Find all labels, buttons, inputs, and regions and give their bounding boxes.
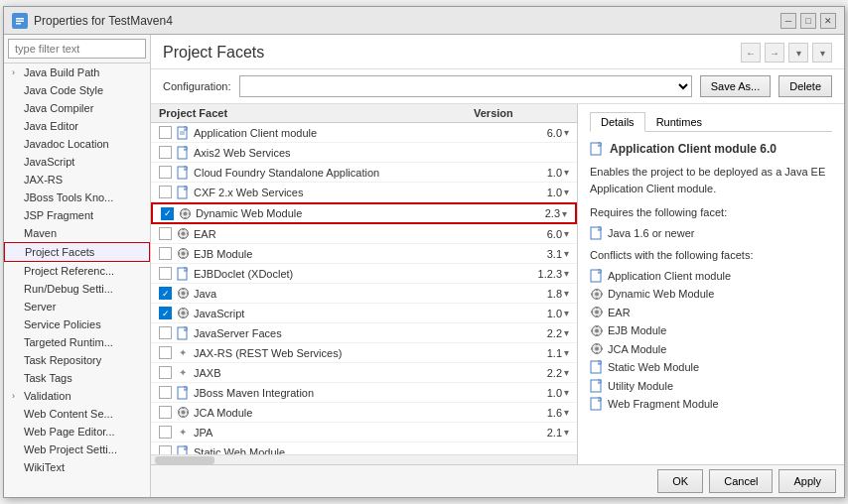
sidebar-item-server[interactable]: Server	[4, 298, 150, 315]
conflict-icon-7	[590, 397, 604, 411]
facet-checkbox-jax-rs[interactable]	[159, 346, 172, 359]
sidebar-item-web-content[interactable]: Web Content Se...	[4, 405, 150, 423]
sidebar-item-run-debug[interactable]: Run/Debug Setti...	[4, 280, 150, 298]
sidebar-item-web-project-settings[interactable]: Web Project Setti...	[4, 441, 150, 458]
sidebar-item-java-code-style[interactable]: Java Code Style	[4, 81, 150, 99]
facet-checkbox-java[interactable]: ✓	[159, 287, 172, 300]
tab-runtimes[interactable]: Runtimes	[645, 112, 713, 131]
facet-checkbox-jca[interactable]	[159, 406, 172, 419]
sidebar-item-java-editor[interactable]: Java Editor	[4, 117, 150, 135]
version-dropdown-ejbdoclet[interactable]: ▾	[564, 268, 569, 279]
version-dropdown-jboss-maven[interactable]: ▾	[564, 387, 569, 398]
horizontal-scrollbar[interactable]	[151, 454, 577, 464]
apply-button[interactable]: Apply	[778, 469, 836, 493]
config-select[interactable]	[239, 75, 692, 97]
ok-button[interactable]: OK	[657, 469, 703, 493]
maximize-button[interactable]: □	[800, 13, 816, 29]
nav-menu-button[interactable]: ▾	[812, 43, 832, 63]
sidebar-item-service-policies[interactable]: Service Policies	[4, 315, 150, 333]
facet-row-ear[interactable]: EAR 6.0 ▾	[151, 224, 577, 244]
version-dropdown-cxf2[interactable]: ▾	[564, 187, 569, 197]
facet-checkbox-javascript[interactable]: ✓	[159, 307, 172, 319]
sidebar-item-label: Service Policies	[24, 318, 101, 330]
facet-checkbox-axis2[interactable]	[159, 146, 172, 159]
version-dropdown-jax-rs[interactable]: ▾	[564, 347, 569, 358]
cancel-button[interactable]: Cancel	[709, 469, 773, 493]
version-dropdown-jpa[interactable]: ▾	[564, 427, 569, 438]
facet-checkbox-ejb[interactable]	[159, 247, 172, 260]
facet-row-java[interactable]: ✓ Java 1.8 ▾	[151, 284, 577, 304]
sidebar-item-javadoc-location[interactable]: Javadoc Location	[4, 135, 150, 153]
sidebar-item-java-build-path[interactable]: › Java Build Path	[4, 63, 150, 81]
window-icon	[12, 13, 28, 29]
facet-checkbox-jaxb[interactable]	[159, 366, 172, 379]
save-as-button[interactable]: Save As...	[700, 75, 772, 97]
sidebar-item-task-tags[interactable]: Task Tags	[4, 369, 150, 387]
svg-rect-34	[187, 293, 189, 295]
facet-checkbox-jsf[interactable]	[159, 326, 172, 339]
facet-checkbox-ear[interactable]	[159, 227, 172, 240]
facet-row-jca[interactable]: JCA Module 1.6 ▾	[151, 403, 577, 423]
version-dropdown-app-client[interactable]: ▾	[564, 127, 569, 138]
delete-button[interactable]: Delete	[778, 75, 832, 97]
sidebar-item-project-facets[interactable]: Project Facets	[4, 242, 150, 262]
facet-row-jpa[interactable]: ✦ JPA 2.1 ▾	[151, 423, 577, 442]
version-dropdown-ejb[interactable]: ▾	[564, 248, 569, 259]
sidebar-item-task-repository[interactable]: Task Repository	[4, 351, 150, 369]
facet-row-cxf2[interactable]: CXF 2.x Web Services 1.0 ▾	[151, 183, 577, 202]
sidebar-item-wikitext[interactable]: WikiText	[4, 458, 150, 476]
facet-row-jax-rs[interactable]: ✦ JAX-RS (REST Web Services) 1.1 ▾	[151, 343, 577, 363]
facet-row-javascript[interactable]: ✓ JavaScript 1.0 ▾	[151, 304, 577, 323]
svg-rect-26	[178, 253, 180, 255]
version-dropdown-ear[interactable]: ▾	[564, 228, 569, 239]
facet-row-ejb[interactable]: EJB Module 3.1 ▾	[151, 244, 577, 264]
minimize-button[interactable]: ─	[780, 13, 796, 29]
version-dropdown-java[interactable]: ▾	[564, 288, 569, 299]
details-panel: Details Runtimes Application Client modu…	[578, 104, 844, 464]
nav-forward-button[interactable]: →	[765, 43, 784, 63]
sidebar-item-validation[interactable]: › Validation	[4, 387, 150, 405]
details-conflict-item-0: Application Client module	[590, 268, 832, 285]
facet-checkbox-cloud-foundry[interactable]	[159, 166, 172, 179]
sidebar-item-java-compiler[interactable]: Java Compiler	[4, 99, 150, 117]
facet-row-app-client[interactable]: Application Client module 6.0 ▾	[151, 123, 577, 143]
facet-row-cloud-foundry[interactable]: Cloud Foundry Standalone Application 1.0…	[151, 163, 577, 183]
tab-details[interactable]: Details	[590, 112, 645, 132]
facet-checkbox-jpa[interactable]	[159, 426, 172, 439]
facet-row-jboss-maven[interactable]: JBoss Maven Integration 1.0 ▾	[151, 383, 577, 403]
facet-row-axis2[interactable]: Axis2 Web Services	[151, 143, 577, 163]
config-label: Configuration:	[163, 80, 231, 92]
sidebar-item-javascript[interactable]: JavaScript	[4, 153, 150, 171]
facet-checkbox-ejbdoclet[interactable]	[159, 267, 172, 280]
facet-checkbox-static-web[interactable]	[159, 445, 172, 454]
facet-checkbox-jboss-maven[interactable]	[159, 386, 172, 399]
facet-row-dynamic-web[interactable]: ✓ Dynami	[151, 202, 577, 224]
nav-up-button[interactable]: ▾	[788, 43, 808, 63]
version-dropdown-jsf[interactable]: ▾	[564, 327, 569, 338]
facet-version-jca: 1.6	[512, 407, 562, 419]
sidebar-item-project-reference[interactable]: Project Referenc...	[4, 262, 150, 280]
facet-checkbox-app-client[interactable]	[159, 126, 172, 139]
facet-row-static-web[interactable]: Static Web Module	[151, 442, 577, 454]
filter-input[interactable]	[8, 39, 146, 59]
sidebar-item-targeted-runtimes[interactable]: Targeted Runtim...	[4, 333, 150, 351]
facet-row-ejbdoclet[interactable]: EJBDoclet (XDoclet) 1.2.3 ▾	[151, 264, 577, 284]
sidebar-item-maven[interactable]: Maven	[4, 224, 150, 242]
facet-row-jsf[interactable]: JavaServer Faces 2.2 ▾	[151, 323, 577, 343]
version-dropdown-jaxb[interactable]: ▾	[564, 367, 569, 378]
nav-back-button[interactable]: ←	[741, 43, 761, 63]
svg-rect-13	[184, 217, 186, 219]
sidebar-item-jax-rs[interactable]: JAX-RS	[4, 171, 150, 189]
sidebar-item-web-page-editor[interactable]: Web Page Editor...	[4, 423, 150, 441]
version-dropdown-javascript[interactable]: ▾	[564, 308, 569, 318]
facet-checkbox-cxf2[interactable]	[159, 186, 172, 198]
facet-checkbox-dynamic-web[interactable]: ✓	[161, 207, 174, 220]
version-dropdown-dynamic-web[interactable]: ▾	[562, 208, 567, 219]
sidebar-item-jboss-tools[interactable]: JBoss Tools Kno...	[4, 189, 150, 206]
facet-row-jaxb[interactable]: ✦ JAXB 2.2 ▾	[151, 363, 577, 383]
close-button[interactable]: ✕	[820, 13, 836, 29]
conflict-label-1: Dynamic Web Module	[608, 286, 714, 303]
sidebar-item-jsp-fragment[interactable]: JSP Fragment	[4, 206, 150, 224]
version-dropdown-jca[interactable]: ▾	[564, 407, 569, 418]
version-dropdown-cloud-foundry[interactable]: ▾	[564, 167, 569, 178]
